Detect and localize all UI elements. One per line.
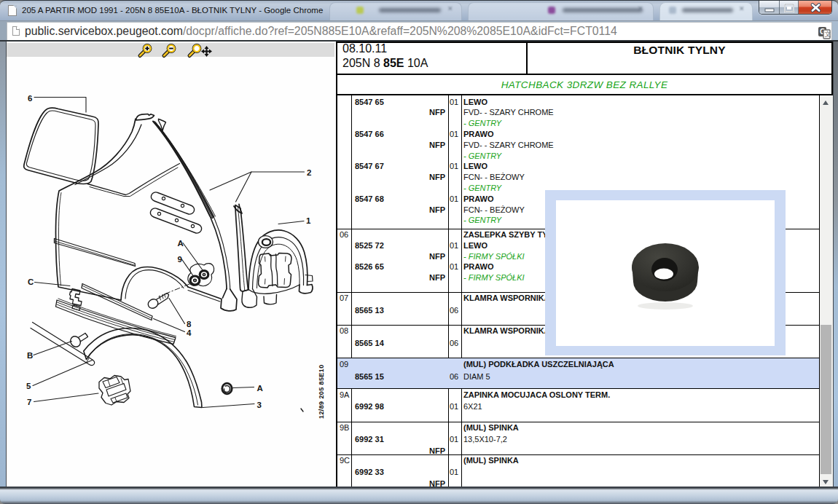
svg-text:5: 5	[26, 382, 31, 390]
svg-text:8: 8	[187, 320, 192, 328]
svg-text:A: A	[257, 384, 263, 393]
svg-text:6: 6	[28, 94, 32, 103]
svg-text:4: 4	[187, 328, 192, 337]
svg-text:9: 9	[178, 255, 182, 264]
svg-text:3: 3	[257, 401, 262, 409]
svg-text:B: B	[27, 351, 33, 360]
svg-text:C: C	[28, 277, 34, 286]
svg-text:12/89 205 85E10: 12/89 205 85E10	[318, 364, 325, 419]
svg-text:文: 文	[825, 31, 831, 38]
svg-text:1: 1	[306, 216, 311, 225]
svg-text:2: 2	[307, 168, 311, 177]
svg-text:7: 7	[27, 398, 31, 406]
svg-text:A: A	[178, 239, 184, 248]
